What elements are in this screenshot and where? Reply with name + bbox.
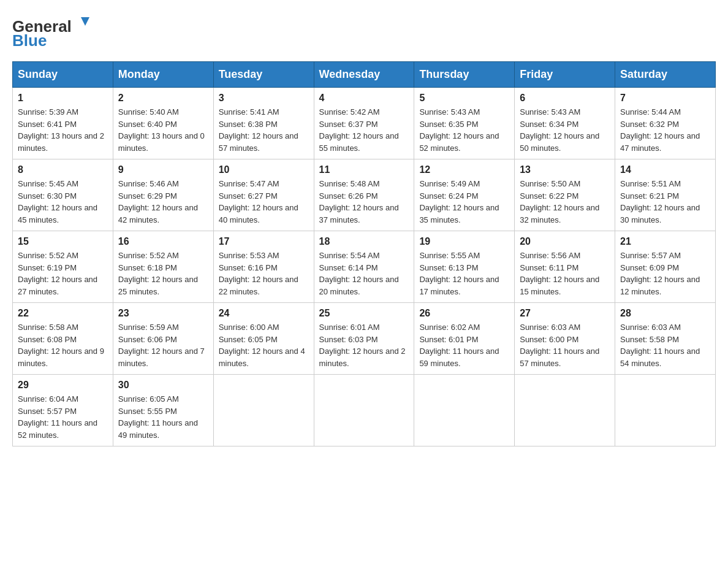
day-info: Sunrise: 5:52 AM Sunset: 6:18 PM Dayligh… [118, 250, 208, 297]
calendar-body: 1 Sunrise: 5:39 AM Sunset: 6:41 PM Dayli… [13, 88, 716, 446]
calendar-cell: 12 Sunrise: 5:49 AM Sunset: 6:24 PM Dayl… [414, 159, 515, 231]
calendar-cell: 17 Sunrise: 5:53 AM Sunset: 6:16 PM Dayl… [213, 231, 314, 303]
calendar-cell: 29 Sunrise: 6:04 AM Sunset: 5:57 PM Dayl… [13, 375, 113, 446]
day-info: Sunrise: 5:58 AM Sunset: 6:08 PM Dayligh… [18, 321, 108, 369]
day-info: Sunrise: 5:50 AM Sunset: 6:22 PM Dayligh… [520, 178, 610, 226]
svg-marker-1 [81, 17, 89, 26]
day-info: Sunrise: 5:44 AM Sunset: 6:32 PM Dayligh… [620, 106, 710, 154]
calendar-table: SundayMondayTuesdayWednesdayThursdayFrid… [12, 61, 716, 446]
calendar-cell: 20 Sunrise: 5:56 AM Sunset: 6:11 PM Dayl… [515, 231, 615, 303]
calendar-week-row: 29 Sunrise: 6:04 AM Sunset: 5:57 PM Dayl… [13, 375, 716, 446]
day-number: 18 [319, 236, 409, 247]
day-info: Sunrise: 5:45 AM Sunset: 6:30 PM Dayligh… [18, 178, 108, 226]
weekday-header-saturday: Saturday [615, 62, 716, 88]
day-number: 10 [219, 164, 309, 175]
calendar-week-row: 1 Sunrise: 5:39 AM Sunset: 6:41 PM Dayli… [13, 88, 716, 159]
calendar-cell: 4 Sunrise: 5:42 AM Sunset: 6:37 PM Dayli… [314, 88, 414, 159]
day-info: Sunrise: 5:47 AM Sunset: 6:27 PM Dayligh… [219, 178, 309, 226]
day-number: 9 [118, 164, 208, 175]
day-number: 29 [18, 380, 108, 391]
svg-text:Blue: Blue [12, 31, 47, 49]
day-info: Sunrise: 5:53 AM Sunset: 6:16 PM Dayligh… [219, 250, 309, 297]
day-number: 17 [219, 236, 309, 247]
calendar-cell: 23 Sunrise: 5:59 AM Sunset: 6:06 PM Dayl… [113, 303, 213, 375]
calendar-cell [314, 375, 414, 446]
day-info: Sunrise: 5:52 AM Sunset: 6:19 PM Dayligh… [18, 250, 108, 297]
day-info: Sunrise: 6:05 AM Sunset: 5:55 PM Dayligh… [118, 393, 208, 441]
day-info: Sunrise: 5:59 AM Sunset: 6:06 PM Dayligh… [118, 321, 208, 369]
calendar-cell [213, 375, 314, 446]
calendar-cell: 16 Sunrise: 5:52 AM Sunset: 6:18 PM Dayl… [113, 231, 213, 303]
day-number: 14 [620, 164, 710, 175]
day-number: 13 [520, 164, 610, 175]
calendar-header: SundayMondayTuesdayWednesdayThursdayFrid… [13, 62, 716, 88]
weekday-header-wednesday: Wednesday [314, 62, 414, 88]
day-number: 19 [419, 236, 509, 247]
page-header: General Blue [12, 12, 716, 49]
calendar-cell: 25 Sunrise: 6:01 AM Sunset: 6:03 PM Dayl… [314, 303, 414, 375]
calendar-cell: 8 Sunrise: 5:45 AM Sunset: 6:30 PM Dayli… [13, 159, 113, 231]
calendar-cell: 15 Sunrise: 5:52 AM Sunset: 6:19 PM Dayl… [13, 231, 113, 303]
calendar-cell: 26 Sunrise: 6:02 AM Sunset: 6:01 PM Dayl… [414, 303, 515, 375]
day-info: Sunrise: 5:51 AM Sunset: 6:21 PM Dayligh… [620, 178, 710, 226]
weekday-header-tuesday: Tuesday [213, 62, 314, 88]
day-number: 22 [18, 308, 108, 319]
day-number: 15 [18, 236, 108, 247]
day-info: Sunrise: 5:43 AM Sunset: 6:35 PM Dayligh… [419, 106, 509, 154]
day-info: Sunrise: 6:02 AM Sunset: 6:01 PM Dayligh… [419, 321, 509, 369]
day-info: Sunrise: 6:01 AM Sunset: 6:03 PM Dayligh… [319, 321, 409, 369]
calendar-cell: 11 Sunrise: 5:48 AM Sunset: 6:26 PM Dayl… [314, 159, 414, 231]
day-number: 8 [18, 164, 108, 175]
calendar-cell: 2 Sunrise: 5:40 AM Sunset: 6:40 PM Dayli… [113, 88, 213, 159]
calendar-cell: 6 Sunrise: 5:43 AM Sunset: 6:34 PM Dayli… [515, 88, 615, 159]
day-number: 1 [18, 93, 108, 104]
day-info: Sunrise: 5:49 AM Sunset: 6:24 PM Dayligh… [419, 178, 509, 226]
day-number: 5 [419, 93, 509, 104]
day-info: Sunrise: 6:03 AM Sunset: 5:58 PM Dayligh… [620, 321, 710, 369]
day-info: Sunrise: 5:55 AM Sunset: 6:13 PM Dayligh… [419, 250, 509, 297]
day-number: 3 [219, 93, 309, 104]
day-number: 25 [319, 308, 409, 319]
calendar-cell: 19 Sunrise: 5:55 AM Sunset: 6:13 PM Dayl… [414, 231, 515, 303]
day-number: 30 [118, 380, 208, 391]
calendar-cell: 13 Sunrise: 5:50 AM Sunset: 6:22 PM Dayl… [515, 159, 615, 231]
day-info: Sunrise: 6:04 AM Sunset: 5:57 PM Dayligh… [18, 393, 108, 441]
day-number: 20 [520, 236, 610, 247]
day-info: Sunrise: 6:03 AM Sunset: 6:00 PM Dayligh… [520, 321, 610, 369]
day-info: Sunrise: 5:41 AM Sunset: 6:38 PM Dayligh… [219, 106, 309, 154]
calendar-cell: 18 Sunrise: 5:54 AM Sunset: 6:14 PM Dayl… [314, 231, 414, 303]
day-number: 21 [620, 236, 710, 247]
calendar-cell: 22 Sunrise: 5:58 AM Sunset: 6:08 PM Dayl… [13, 303, 113, 375]
calendar-cell: 9 Sunrise: 5:46 AM Sunset: 6:29 PM Dayli… [113, 159, 213, 231]
calendar-week-row: 8 Sunrise: 5:45 AM Sunset: 6:30 PM Dayli… [13, 159, 716, 231]
calendar-cell: 30 Sunrise: 6:05 AM Sunset: 5:55 PM Dayl… [113, 375, 213, 446]
logo: General Blue [12, 12, 98, 49]
weekday-header-row: SundayMondayTuesdayWednesdayThursdayFrid… [13, 62, 716, 88]
weekday-header-sunday: Sunday [13, 62, 113, 88]
calendar-week-row: 22 Sunrise: 5:58 AM Sunset: 6:08 PM Dayl… [13, 303, 716, 375]
calendar-cell: 28 Sunrise: 6:03 AM Sunset: 5:58 PM Dayl… [615, 303, 716, 375]
calendar-cell: 10 Sunrise: 5:47 AM Sunset: 6:27 PM Dayl… [213, 159, 314, 231]
day-number: 12 [419, 164, 509, 175]
day-number: 16 [118, 236, 208, 247]
calendar-cell: 21 Sunrise: 5:57 AM Sunset: 6:09 PM Dayl… [615, 231, 716, 303]
day-info: Sunrise: 5:54 AM Sunset: 6:14 PM Dayligh… [319, 250, 409, 297]
day-number: 7 [620, 93, 710, 104]
calendar-cell [615, 375, 716, 446]
calendar-cell: 1 Sunrise: 5:39 AM Sunset: 6:41 PM Dayli… [13, 88, 113, 159]
day-number: 2 [118, 93, 208, 104]
day-info: Sunrise: 5:40 AM Sunset: 6:40 PM Dayligh… [118, 106, 208, 154]
calendar-cell: 14 Sunrise: 5:51 AM Sunset: 6:21 PM Dayl… [615, 159, 716, 231]
day-number: 23 [118, 308, 208, 319]
day-info: Sunrise: 5:56 AM Sunset: 6:11 PM Dayligh… [520, 250, 610, 297]
calendar-cell: 24 Sunrise: 6:00 AM Sunset: 6:05 PM Dayl… [213, 303, 314, 375]
day-info: Sunrise: 5:46 AM Sunset: 6:29 PM Dayligh… [118, 178, 208, 226]
calendar-cell: 7 Sunrise: 5:44 AM Sunset: 6:32 PM Dayli… [615, 88, 716, 159]
day-number: 4 [319, 93, 409, 104]
day-info: Sunrise: 5:42 AM Sunset: 6:37 PM Dayligh… [319, 106, 409, 154]
weekday-header-friday: Friday [515, 62, 615, 88]
day-number: 11 [319, 164, 409, 175]
calendar-week-row: 15 Sunrise: 5:52 AM Sunset: 6:19 PM Dayl… [13, 231, 716, 303]
calendar-cell [515, 375, 615, 446]
day-info: Sunrise: 6:00 AM Sunset: 6:05 PM Dayligh… [219, 321, 309, 369]
